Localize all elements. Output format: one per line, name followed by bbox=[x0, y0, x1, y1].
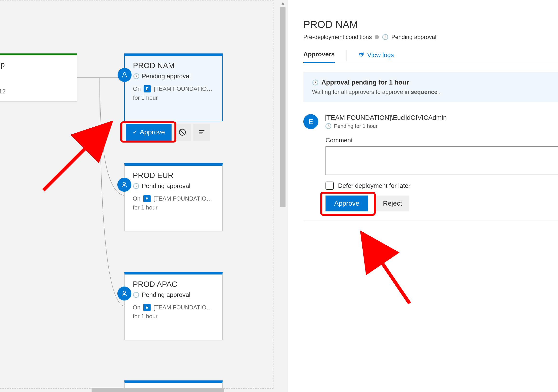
stage-prod-apac[interactable]: PROD APAC 🕓 Pending approval On E [TEAM … bbox=[124, 272, 223, 340]
approve-button-label: Approve bbox=[140, 128, 165, 136]
clock-icon: 🕓 bbox=[382, 34, 388, 40]
tab-divider bbox=[346, 50, 347, 61]
banner-subtitle: Waiting for all approvers to approve in … bbox=[312, 89, 549, 95]
scroll-up-icon[interactable]: ▲ bbox=[280, 0, 286, 6]
stage-timestamp: 2023/1/13 10:12 bbox=[0, 88, 70, 95]
approver-gate-icon[interactable] bbox=[117, 178, 131, 192]
svg-line-9 bbox=[364, 236, 410, 303]
panel-title: PROD NAM bbox=[303, 19, 558, 30]
stage-name: PROD EUR bbox=[133, 171, 214, 180]
approver-gate-icon[interactable] bbox=[118, 68, 131, 82]
panel-tabs: Approvers View logs bbox=[303, 50, 558, 63]
view-logs-link[interactable]: View logs bbox=[358, 51, 394, 62]
agent-name: [TEAM FOUNDATIO… bbox=[154, 85, 212, 92]
stage-prod-nam[interactable]: PROD NAM 🕓 Pending approval On E [TEAM F… bbox=[124, 53, 223, 121]
banner-title: Approval pending for 1 hour bbox=[321, 79, 409, 86]
defer-row: Defer deployment for later bbox=[325, 182, 558, 190]
agent-name: [TEAM FOUNDATIO… bbox=[153, 195, 212, 202]
cancel-button[interactable] bbox=[174, 124, 191, 141]
horizontal-scroll-thumb[interactable] bbox=[92, 388, 224, 392]
stage-name: PROD NAM bbox=[133, 61, 214, 70]
approver-name: [TEAM FOUNDATION]\EuclidOIVICAdmin bbox=[325, 114, 447, 122]
duration-text: for 1 hour bbox=[133, 94, 214, 101]
view-logs-label: View logs bbox=[367, 51, 394, 59]
stage-status-text: Pending approval bbox=[142, 291, 190, 298]
svg-line-2 bbox=[181, 130, 184, 134]
panel-subtitle: Pre-deployment conditions 🕓 Pending appr… bbox=[303, 34, 558, 41]
svg-point-7 bbox=[123, 291, 126, 294]
comment-input[interactable] bbox=[325, 146, 558, 175]
subtitle-right: Pending approval bbox=[391, 34, 436, 41]
stage-status-text: Pending approval bbox=[142, 72, 191, 80]
clock-icon: 🕓 bbox=[312, 79, 319, 86]
clock-icon: 🕓 bbox=[325, 123, 331, 129]
duration-text: for 1 hour bbox=[133, 204, 214, 211]
svg-point-6 bbox=[123, 182, 126, 185]
approve-button-inline[interactable]: ✓ Approve bbox=[126, 124, 172, 141]
pipeline-canvas: riable Setup Succeeded 2023/1/13 10:12 P… bbox=[0, 0, 288, 392]
svg-point-0 bbox=[123, 72, 126, 75]
checkmark-icon: ✓ bbox=[132, 129, 137, 136]
approver-row: E [TEAM FOUNDATION]\EuclidOIVICAdmin 🕓 P… bbox=[303, 114, 558, 129]
tab-approvers[interactable]: Approvers bbox=[303, 51, 335, 63]
approver-status: Pending for 1 hour bbox=[334, 123, 377, 129]
stage-title: riable Setup bbox=[0, 60, 70, 69]
stage-action-row: ✓ Approve bbox=[126, 124, 210, 141]
subtitle-left: Pre-deployment conditions bbox=[303, 34, 372, 41]
clock-icon: 🕓 bbox=[133, 183, 139, 189]
agent-name: [TEAM FOUNDATIO… bbox=[153, 304, 212, 311]
defer-checkbox[interactable] bbox=[325, 182, 334, 190]
approver-gate-icon[interactable] bbox=[117, 287, 131, 300]
on-prefix: On bbox=[133, 85, 141, 92]
agent-badge: E bbox=[143, 195, 151, 202]
refresh-icon bbox=[358, 52, 364, 58]
scroll-thumb[interactable] bbox=[280, 7, 286, 207]
approver-avatar: E bbox=[303, 114, 318, 129]
stage-status-text: Pending approval bbox=[142, 182, 190, 190]
duration-text: for 1 hour bbox=[133, 313, 214, 320]
on-prefix: On bbox=[133, 304, 140, 311]
approve-button[interactable]: Approve bbox=[325, 196, 368, 211]
reject-button[interactable]: Reject bbox=[376, 196, 409, 211]
stage-prod-eur[interactable]: PROD EUR 🕓 Pending approval On E [TEAM F… bbox=[124, 163, 223, 231]
stage-name: PROD APAC bbox=[133, 280, 214, 289]
comment-label: Comment bbox=[325, 136, 558, 144]
clock-icon: 🕓 bbox=[133, 73, 140, 79]
clock-icon: 🕓 bbox=[133, 292, 139, 298]
logs-button[interactable] bbox=[193, 124, 210, 141]
stage-status: Succeeded bbox=[0, 71, 70, 78]
annotation-arrow-2 bbox=[349, 226, 422, 308]
on-prefix: On bbox=[133, 195, 140, 202]
agent-badge: E bbox=[144, 85, 151, 93]
agent-badge: E bbox=[143, 304, 151, 311]
section-divider bbox=[303, 221, 558, 221]
vertical-scrollbar[interactable]: ▲ bbox=[280, 0, 286, 392]
details-panel: PROD NAM Pre-deployment conditions 🕓 Pen… bbox=[288, 0, 558, 392]
defer-label: Defer deployment for later bbox=[338, 182, 410, 189]
stage-variable-setup[interactable]: riable Setup Succeeded 2023/1/13 10:12 bbox=[0, 53, 77, 102]
connector-line bbox=[77, 77, 124, 77]
gray-dot-icon bbox=[375, 35, 379, 39]
approval-banner: 🕓 Approval pending for 1 hour Waiting fo… bbox=[303, 72, 558, 102]
